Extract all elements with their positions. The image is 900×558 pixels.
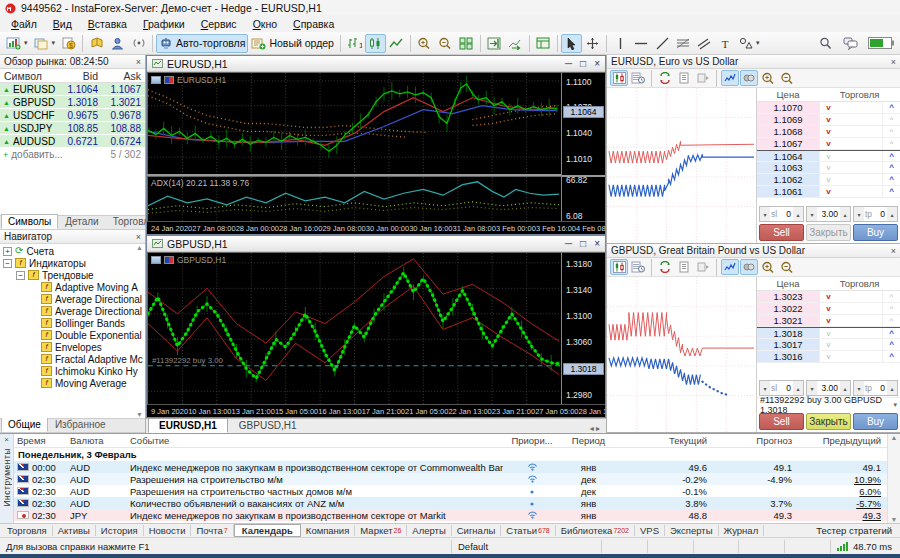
panel-button-circles[interactable] (740, 259, 758, 275)
sell-arrow-icon[interactable]: v (819, 138, 837, 150)
market-watch-row-eurusd[interactable]: ▲EURUSD1.10641.1067 (0, 83, 145, 96)
lot-spinner[interactable]: ▾3.00▴ (806, 206, 851, 222)
navigator-item[interactable]: fBollinger Bands (0, 317, 145, 329)
column-header-символ[interactable]: Символ (0, 70, 59, 82)
tick-chart-canvas[interactable] (607, 277, 756, 432)
bottom-tab-активы[interactable]: Активы (53, 525, 96, 536)
panel-button-tickline[interactable] (721, 70, 739, 86)
tick-chart-canvas[interactable] (607, 88, 756, 243)
buy-arrow-icon[interactable]: ^ (882, 339, 900, 351)
buy-arrow-icon[interactable]: ^ (882, 328, 900, 339)
navigator-item[interactable]: fIchimoku Kinko Hy (0, 365, 145, 377)
spinner-value[interactable]: 0 (873, 383, 887, 393)
toolbar-button-new-order[interactable]: Новый ордер (248, 34, 337, 53)
calendar-column-5[interactable]: Текущий (616, 435, 713, 446)
panel-button-zoom-out[interactable] (778, 259, 796, 275)
eurusd-chart-canvas[interactable] (148, 73, 561, 174)
gbpusd-time-axis[interactable]: 9 Jan 202010 Jan 13:0013 Jan 21:0015 Jan… (147, 404, 605, 417)
market-watch-row-usdchf[interactable]: ▲USDCHF0.96750.9678 (0, 109, 145, 122)
close-icon[interactable]: × (594, 238, 600, 249)
bottom-tab-сигналы[interactable]: Сигналы (452, 525, 502, 536)
depth-row-ask[interactable]: 1.3021v^ (757, 315, 900, 327)
spin-down-icon[interactable]: ▾ (760, 381, 770, 395)
sell-arrow-icon[interactable]: v (819, 174, 837, 186)
navigator-tab-избранное[interactable]: Избранное (48, 417, 113, 432)
calendar-column-4[interactable]: Период (561, 435, 616, 446)
toolbar-button-zoom-in[interactable] (414, 34, 435, 53)
toolbar-button-line-chart[interactable] (386, 34, 407, 53)
eurusd-adx-plot[interactable]: ADX(14) 20.21 11.38 9.76 (147, 176, 561, 221)
calendar-row[interactable]: 02:30AUDРазрешения на строительство м/мд… (14, 473, 887, 485)
scroll-down-icon[interactable]: ▼ (136, 411, 143, 418)
tp-spinner[interactable]: ▾tp0▴ (853, 206, 898, 222)
bottom-tab-торговля[interactable]: Торговля (2, 525, 53, 536)
bottom-tab-новости[interactable]: Новости (144, 525, 192, 536)
navigator-item[interactable]: −fТрендовые (0, 269, 145, 281)
chevron-down-icon[interactable]: ▾ (893, 401, 897, 409)
toolbar-button-crosshair[interactable] (582, 34, 603, 53)
buy-button[interactable]: Buy (853, 413, 898, 430)
navigator-item[interactable]: fDouble Exponential (0, 329, 145, 341)
calendar-column-7[interactable]: Предыдущий (798, 435, 887, 446)
depth-row-ask[interactable]: 1.1068v^ (757, 126, 900, 138)
toolbar-button-battery[interactable] (865, 34, 897, 53)
sell-arrow-icon[interactable]: v (819, 315, 837, 327)
buy-arrow-icon[interactable]: ^ (882, 162, 900, 174)
panel-button-zoom-out[interactable] (778, 70, 796, 86)
sell-arrow-icon[interactable]: v (819, 126, 837, 138)
sell-arrow-icon[interactable]: v (819, 186, 837, 198)
sell-button[interactable]: Sell (759, 413, 804, 430)
panel-button-tickline[interactable] (721, 259, 739, 275)
navigator-item[interactable]: fAverage Directional (0, 293, 145, 305)
maximize-icon[interactable]: □ (580, 238, 586, 249)
depth-row-bid[interactable]: 1.1062v^ (757, 174, 900, 186)
chart-tab-gbpusd-h1[interactable]: GBPUSD,H1 (228, 418, 308, 433)
depth-row-ask[interactable]: 1.3022v^ (757, 303, 900, 315)
market-watch-tab-символы[interactable]: Символы (1, 214, 58, 229)
toolbar-button-signal[interactable] (128, 34, 149, 53)
close-icon[interactable]: × (891, 57, 896, 67)
panel-button-circles[interactable] (740, 70, 758, 86)
spin-up-icon[interactable]: ▴ (840, 381, 850, 395)
depth-row-bid[interactable]: 1.3018v^ (757, 327, 900, 339)
lot-spinner[interactable]: ▾3.00▴ (806, 380, 851, 396)
market-watch-row-usdjpy[interactable]: ▲USDJPY108.85108.88 (0, 122, 145, 135)
spin-down-icon[interactable]: ▾ (760, 207, 770, 221)
close-icon[interactable]: × (594, 58, 600, 69)
navigator-item[interactable]: fEnvelopes (0, 341, 145, 353)
buy-arrow-icon[interactable]: ^ (882, 114, 900, 126)
minimize-icon[interactable]: ─ (565, 58, 572, 69)
sl-spinner[interactable]: ▾sl0▴ (759, 206, 804, 222)
bottom-tab-библиотека[interactable]: Библиотека7202 (556, 525, 635, 536)
calendar-column-3[interactable]: Приори... (503, 435, 561, 446)
panel-button-zoom-in[interactable] (759, 70, 777, 86)
tp-spinner[interactable]: ▾tp0▴ (853, 380, 898, 396)
depth-row-bid[interactable]: 1.1063v^ (757, 162, 900, 174)
calendar-row[interactable]: 00:00AUDИндекс менеджеров по закупкам в … (14, 461, 887, 473)
depth-row-bid[interactable]: 1.1061v^ (757, 186, 900, 198)
sell-arrow-icon[interactable]: v (819, 114, 837, 126)
bottom-tab-история[interactable]: История (96, 525, 144, 536)
toolbar-button-zoom-out[interactable] (435, 34, 456, 53)
toolbar-button-hline[interactable] (631, 34, 652, 53)
panel-button-transfer[interactable] (694, 70, 712, 86)
toolbar-button-template[interactable] (533, 34, 554, 53)
sell-arrow-icon[interactable]: v (819, 303, 837, 315)
minimize-icon[interactable]: ─ (565, 238, 572, 249)
depth-row-bid[interactable]: 1.3016v^ (757, 351, 900, 363)
bottom-tab-статьи[interactable]: Статьи678 (501, 525, 555, 536)
chart-window-titlebar[interactable]: GBPUSD,H1 ─□× (147, 236, 605, 252)
menu-сервис[interactable]: Сервис (193, 17, 245, 31)
spin-down-icon[interactable]: ▾ (854, 381, 864, 395)
collapse-icon[interactable]: − (3, 259, 12, 268)
panel-button-refresh-rg[interactable] (656, 259, 674, 275)
status-profile[interactable]: Default (452, 540, 602, 553)
toolbar-button-bars-chart[interactable]: 1 (344, 34, 365, 53)
buy-arrow-icon[interactable]: ^ (882, 138, 900, 150)
toolbar-button-candles-chart[interactable] (365, 34, 386, 53)
depth-row-bid[interactable]: 1.3017v^ (757, 339, 900, 351)
menu-окно[interactable]: Окно (245, 17, 285, 31)
market-watch-row-gbpusd[interactable]: ▲GBPUSD1.30181.3021 (0, 96, 145, 109)
bottom-tab-vps[interactable]: VPS (635, 525, 665, 536)
spin-down-icon[interactable]: ▾ (807, 381, 817, 395)
